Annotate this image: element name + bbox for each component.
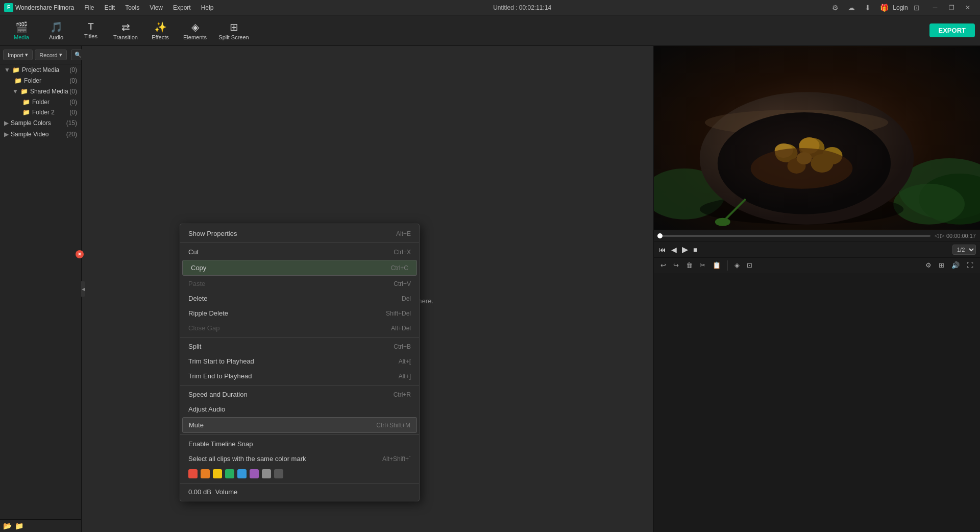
play-button[interactable]: ▶: [681, 244, 689, 255]
ctx-show-properties[interactable]: Show Properties Alt+E: [180, 226, 419, 241]
copy-clip-button[interactable]: 📋: [710, 260, 723, 271]
speed-selector[interactable]: 1/2 1/4 1/2 1 2: [952, 245, 976, 255]
toolbar-transition[interactable]: ⇄ Transition: [109, 17, 142, 44]
tree-folder-item[interactable]: 📁 Folder (0): [0, 76, 81, 86]
stop-button[interactable]: ■: [692, 245, 698, 255]
tree-sample-video[interactable]: ▶ Sample Video (20): [0, 129, 81, 140]
record-button[interactable]: Record ▾: [35, 50, 66, 60]
toolbar-media[interactable]: 🎬 Media: [5, 17, 38, 44]
ctx-separator-1: [180, 243, 419, 243]
ctx-adjust-audio[interactable]: Adjust Audio: [180, 402, 419, 417]
color-red[interactable]: [188, 469, 198, 478]
tree-folder2[interactable]: 📁 Folder (0): [0, 97, 81, 107]
tree-folder3[interactable]: 📁 Folder 2 (0): [0, 107, 81, 117]
color-purple[interactable]: [250, 469, 259, 478]
progress-handle[interactable]: [657, 233, 663, 238]
ctx-cut[interactable]: Cut Ctrl+X: [180, 245, 419, 259]
ctx-select-same-color[interactable]: Select all clips with the same color mar…: [180, 451, 419, 466]
folder2-label: Folder: [32, 99, 50, 106]
ctx-volume-value: 0.00 dB: [188, 488, 211, 496]
settings-button[interactable]: ⚙: [923, 260, 934, 271]
volume-button[interactable]: 🔊: [949, 260, 962, 271]
color-dark[interactable]: [274, 469, 283, 478]
delete-button[interactable]: 🗑: [683, 260, 695, 271]
fullscreen-icon[interactable]: ⊡: [911, 2, 923, 14]
tree-project-media[interactable]: ▼ 📁 Project Media (0): [0, 64, 81, 76]
step-back-button[interactable]: ⏮: [658, 245, 667, 255]
sample-colors-label: Sample Colors: [11, 119, 51, 127]
undo-button[interactable]: ↩: [658, 260, 669, 271]
tree-shared-media[interactable]: ▼ 📁 Shared Media (0): [0, 86, 81, 97]
export-button[interactable]: EXPORT: [929, 23, 975, 37]
shared-media-folder-icon: 📁: [20, 88, 28, 95]
context-menu: Show Properties Alt+E Cut Ctrl+X Copy Ct…: [180, 224, 420, 501]
color-orange[interactable]: [201, 469, 210, 478]
ctx-close-gap-label: Close Gap: [188, 324, 219, 332]
ctx-speed-duration[interactable]: Speed and Duration Ctrl+R: [180, 387, 419, 402]
tree-sample-colors[interactable]: ▶ Sample Colors (15): [0, 117, 81, 129]
cloud-icon[interactable]: ☁: [845, 2, 857, 14]
cut-button[interactable]: ✂: [697, 260, 708, 271]
menu-file[interactable]: File: [82, 3, 96, 12]
menu-help[interactable]: Help: [199, 3, 216, 12]
folder-count: (0): [69, 77, 77, 84]
color-gray[interactable]: [262, 469, 271, 478]
download-icon[interactable]: ⬇: [862, 2, 874, 14]
redo-button[interactable]: ↪: [671, 260, 681, 271]
new-folder-icon[interactable]: 📁: [15, 522, 23, 530]
snap-button[interactable]: ⊡: [744, 260, 755, 271]
ctx-trim-end[interactable]: Trim End to Playhead Alt+]: [180, 369, 419, 383]
minimize-button[interactable]: ─: [927, 0, 943, 15]
shared-media-count: (0): [69, 88, 77, 95]
toolbar-elements[interactable]: ◈ Elements: [179, 17, 211, 44]
add-marker-button[interactable]: ◈: [732, 260, 742, 271]
ctx-ripple-delete[interactable]: Ripple Delete Shift+Del: [180, 306, 419, 321]
seek-bar[interactable]: [660, 235, 930, 237]
folder-icon: 📁: [14, 77, 22, 84]
toolbar-split-screen[interactable]: ⊞ Split Screen: [213, 17, 254, 44]
color-yellow[interactable]: [213, 469, 222, 478]
gift-icon[interactable]: 🎁: [878, 2, 890, 14]
fullscreen-button[interactable]: ⛶: [964, 260, 976, 271]
ctx-mute[interactable]: Mute Ctrl+Shift+M: [182, 417, 417, 433]
menu-edit[interactable]: Edit: [103, 3, 117, 12]
zoom-fit-button[interactable]: ⊞: [936, 260, 947, 271]
ctx-volume-display: 0.00 dB Volume: [180, 485, 419, 499]
preview-toolbar: ↩ ↪ 🗑 ✂ 📋 ◈ ⊡ ⚙ ⊞ 🔊 ⛶: [654, 257, 980, 273]
menu-view[interactable]: View: [148, 3, 165, 12]
ctx-split[interactable]: Split Ctrl+B: [180, 339, 419, 354]
menu-tools[interactable]: Tools: [123, 3, 141, 12]
import-button[interactable]: Import ▾: [3, 50, 33, 60]
ctx-mute-shortcut: Ctrl+Shift+M: [376, 422, 410, 429]
ctx-trim-start[interactable]: Trim Start to Playhead Alt+[: [180, 354, 419, 369]
ctx-paste-label: Paste: [188, 280, 205, 287]
restore-button[interactable]: ❐: [943, 0, 960, 15]
ctx-cut-label: Cut: [188, 248, 199, 256]
toolbar-audio[interactable]: 🎵 Audio: [40, 17, 72, 44]
close-button[interactable]: ✕: [960, 0, 976, 15]
login-button[interactable]: Login: [894, 2, 906, 14]
window-controls: ─ ❐ ✕: [927, 0, 976, 15]
settings-icon[interactable]: ⚙: [829, 2, 841, 14]
split-screen-label: Split Screen: [218, 34, 249, 40]
toolbar-titles[interactable]: T Titles: [75, 17, 107, 44]
ctx-mute-label: Mute: [189, 421, 204, 429]
record-chevron-icon: ▾: [59, 52, 62, 58]
seek-bar-container: ◁ ▷ 00:00:00:17: [654, 230, 980, 241]
elements-icon: ◈: [191, 21, 199, 33]
folder2-count: (0): [69, 99, 77, 106]
menu-export[interactable]: Export: [171, 3, 193, 12]
ctx-enable-snap[interactable]: Enable Timeline Snap: [180, 437, 419, 451]
ctx-delete[interactable]: Delete Del: [180, 291, 419, 306]
ctx-split-label: Split: [188, 343, 201, 350]
ctx-adjust-audio-label: Adjust Audio: [188, 405, 225, 413]
toolbar-effects[interactable]: ✨ Effects: [144, 17, 177, 44]
ctx-copy[interactable]: Copy Ctrl+C: [182, 260, 417, 276]
toolbar: 🎬 Media 🎵 Audio T Titles ⇄ Transition ✨ …: [0, 15, 980, 46]
panel-collapse-button[interactable]: ◀: [81, 281, 85, 297]
color-blue[interactable]: [237, 469, 247, 478]
add-folder-icon[interactable]: 📂: [3, 522, 12, 530]
color-green[interactable]: [225, 469, 234, 478]
play-back-button[interactable]: ◀: [670, 245, 678, 255]
media-label: Media: [14, 34, 29, 40]
